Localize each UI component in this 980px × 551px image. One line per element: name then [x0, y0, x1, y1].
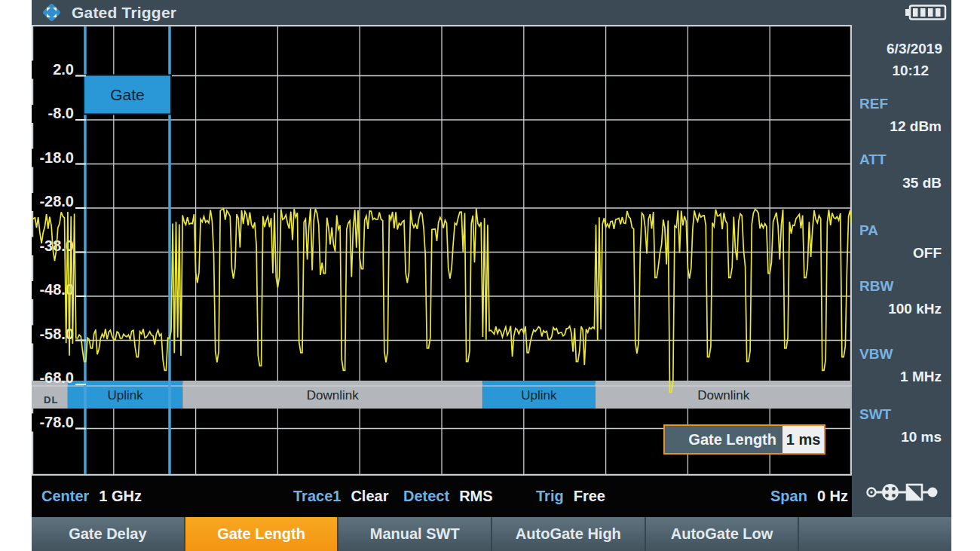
- softkey-bar: Gate Delay Gate Length Manual SWT AutoGa…: [32, 517, 951, 551]
- softkey-gate-length[interactable]: Gate Length: [185, 517, 339, 551]
- softkey-autogate-low[interactable]: AutoGate Low: [646, 517, 800, 551]
- battery-full-icon: [905, 4, 947, 21]
- gate-length-entry-value[interactable]: 1 ms: [782, 426, 824, 453]
- softkey-empty[interactable]: [799, 517, 951, 551]
- rs-logo-icon: [41, 2, 62, 23]
- swt-value[interactable]: 10 ms: [852, 429, 951, 445]
- spectrum-trace-chart: DLUplinkDownlinkUplinkDownlinkGate2.0-8.…: [32, 25, 852, 476]
- page-title: Gated Trigger: [72, 4, 176, 22]
- status-center[interactable]: Center 1 GHz: [41, 476, 142, 517]
- date-readout: 6/3/2019: [852, 41, 951, 57]
- status-detect-label: Detect: [403, 488, 449, 505]
- instrument-screen: Gated Trigger DLUplinkDownlinkUplinkDown…: [32, 0, 951, 551]
- softkey-autogate-high[interactable]: AutoGate High: [492, 517, 646, 551]
- screenshot-page: Gated Trigger DLUplinkDownlinkUplinkDown…: [0, 0, 980, 551]
- softkey-label: Gate Length: [217, 525, 305, 543]
- swt-label[interactable]: SWT: [852, 406, 951, 423]
- frame-bar-label: Uplink: [107, 388, 143, 403]
- status-span[interactable]: Span 0 Hz: [770, 476, 848, 517]
- status-trace-label: Trace1: [293, 488, 341, 505]
- softkey-gate-delay[interactable]: Gate Delay: [32, 517, 185, 551]
- att-label[interactable]: ATT: [852, 152, 951, 168]
- frame-bar-label: DL: [44, 394, 58, 406]
- status-detect-value: RMS: [459, 488, 492, 505]
- y-axis-tick-label: -68.0: [39, 369, 74, 386]
- status-bar: Center 1 GHz Trace1 Clear Detect RMS Tri…: [32, 476, 852, 517]
- frame-bar-label: Uplink: [521, 388, 557, 403]
- status-detect[interactable]: Detect RMS: [403, 476, 493, 517]
- ref-value[interactable]: 12 dBm: [852, 118, 951, 135]
- vbw-label[interactable]: VBW: [852, 346, 951, 363]
- y-axis-tick-label: -28.0: [39, 193, 74, 210]
- status-center-value: 1 GHz: [99, 488, 142, 505]
- gate-label: Gate: [110, 86, 145, 103]
- y-axis-tick-label: -78.0: [39, 414, 74, 430]
- att-value[interactable]: 35 dB: [852, 175, 951, 191]
- status-trace-value: Clear: [351, 488, 388, 505]
- gate-length-entry-label: Gate Length: [665, 426, 782, 453]
- frame-bar-label: Downlink: [697, 388, 749, 403]
- frame-bar-label: Downlink: [307, 388, 359, 403]
- softkey-label: AutoGate High: [516, 525, 621, 543]
- signal-path-icon: [865, 482, 939, 503]
- y-axis-tick-label: 2.0: [53, 61, 74, 78]
- pa-label[interactable]: PA: [852, 222, 951, 239]
- rbw-label[interactable]: RBW: [852, 278, 951, 295]
- settings-sidebar: 6/3/2019 10:12 REF 12 dBm ATT 35 dB PA O…: [852, 25, 951, 517]
- trace-display[interactable]: DLUplinkDownlinkUplinkDownlinkGate2.0-8.…: [32, 25, 852, 476]
- softkey-manual-swt[interactable]: Manual SWT: [338, 517, 492, 551]
- softkey-label: Gate Delay: [69, 525, 146, 543]
- status-trace[interactable]: Trace1 Clear: [293, 476, 388, 517]
- status-span-label: Span: [770, 488, 807, 505]
- vbw-value[interactable]: 1 MHz: [852, 369, 951, 385]
- status-center-label: Center: [41, 488, 89, 505]
- softkey-label: AutoGate Low: [671, 525, 773, 543]
- status-trig-value: Free: [574, 488, 605, 505]
- title-bar: Gated Trigger: [32, 0, 951, 25]
- y-axis-tick-label: -8.0: [48, 105, 74, 121]
- pa-value[interactable]: OFF: [852, 245, 951, 262]
- ref-label[interactable]: REF: [852, 96, 951, 112]
- status-trig-label: Trig: [536, 488, 564, 505]
- gate-length-entry[interactable]: Gate Length 1 ms: [663, 424, 825, 455]
- rbw-value[interactable]: 100 kHz: [852, 301, 951, 317]
- time-readout: 10:12: [852, 63, 951, 79]
- y-axis-tick-label: -18.0: [39, 149, 74, 166]
- status-trig[interactable]: Trig Free: [536, 476, 605, 517]
- status-span-value: 0 Hz: [817, 488, 848, 505]
- softkey-label: Manual SWT: [370, 525, 460, 543]
